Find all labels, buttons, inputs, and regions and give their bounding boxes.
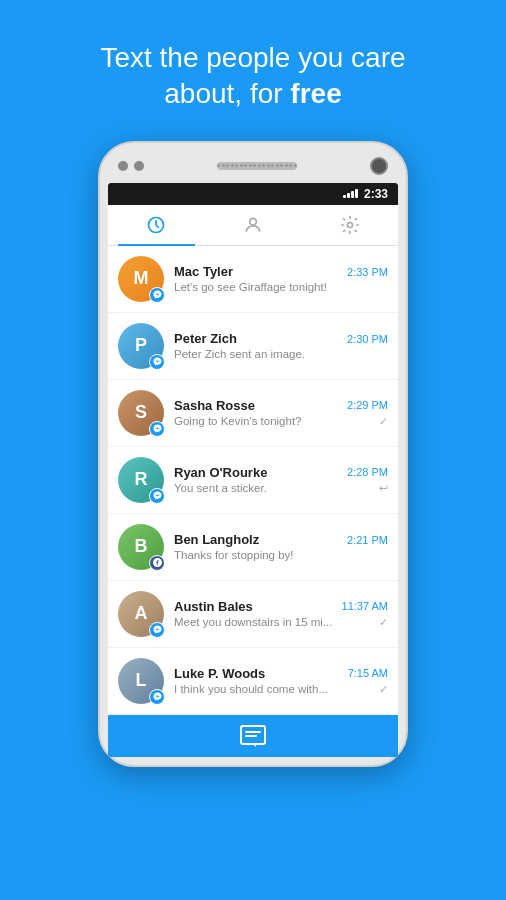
phone-shell: 2:33 — [98, 141, 408, 767]
preview-text: Going to Kevin's tonight? — [174, 415, 375, 427]
settings-icon — [340, 215, 360, 235]
svg-point-2 — [347, 222, 352, 227]
message-time: 2:30 PM — [347, 333, 388, 345]
status-time: 2:33 — [364, 187, 388, 201]
avatar-letter: P — [135, 335, 147, 356]
message-time: 2:21 PM — [347, 534, 388, 546]
tab-settings[interactable] — [301, 205, 398, 245]
avatar-wrap: A — [118, 591, 164, 637]
reply-icon: ↩ — [379, 482, 388, 495]
signal-icon — [343, 189, 358, 198]
avatar-badge — [149, 689, 165, 705]
app-area: M Mac Tyler 2:33 PM Let's go see Giraffa… — [108, 205, 398, 715]
clock-icon — [146, 215, 166, 235]
preview-text: I think you should come with... — [174, 683, 375, 695]
message-content: Sasha Rosse 2:29 PM Going to Kevin's ton… — [174, 398, 388, 428]
contact-name: Sasha Rosse — [174, 398, 255, 413]
tab-bar — [108, 205, 398, 246]
status-bar: 2:33 — [108, 183, 398, 205]
message-header: Sasha Rosse 2:29 PM — [174, 398, 388, 413]
phone-speaker — [217, 162, 297, 170]
conversation-item[interactable]: R Ryan O'Rourke 2:28 PM You sent a stick… — [108, 447, 398, 514]
check-icon: ✓ — [379, 683, 388, 696]
avatar-letter: S — [135, 402, 147, 423]
signal-bar-3 — [351, 191, 354, 198]
tab-recent[interactable] — [108, 205, 205, 245]
avatar-letter: L — [136, 670, 147, 691]
message-content: Luke P. Woods 7:15 AM I think you should… — [174, 666, 388, 696]
phone-dot-1 — [118, 161, 128, 171]
message-content: Peter Zich 2:30 PM Peter Zich sent an im… — [174, 331, 388, 360]
message-header: Ryan O'Rourke 2:28 PM — [174, 465, 388, 480]
hero-line2-bold: free — [290, 78, 341, 109]
message-header: Luke P. Woods 7:15 AM — [174, 666, 388, 681]
message-content: Mac Tyler 2:33 PM Let's go see Giraffage… — [174, 264, 388, 293]
message-preview: Peter Zich sent an image. — [174, 348, 388, 360]
message-time: 2:33 PM — [347, 266, 388, 278]
compose-icon — [240, 725, 266, 747]
avatar-badge — [149, 488, 165, 504]
person-icon — [243, 215, 263, 235]
bottom-nav[interactable] — [108, 715, 398, 757]
message-preview: Thanks for stopping by! — [174, 549, 388, 561]
preview-text: Peter Zich sent an image. — [174, 348, 388, 360]
message-time: 2:29 PM — [347, 399, 388, 411]
check-icon: ✓ — [379, 415, 388, 428]
contact-name: Ryan O'Rourke — [174, 465, 267, 480]
signal-bar-2 — [347, 193, 350, 198]
avatar-wrap: B — [118, 524, 164, 570]
phone-screen: 2:33 — [108, 183, 398, 757]
message-preview: Let's go see Giraffage tonight! — [174, 281, 388, 293]
phone-dot-2 — [134, 161, 144, 171]
phone-camera — [370, 157, 388, 175]
tab-contacts[interactable] — [205, 205, 302, 245]
avatar-letter: M — [134, 268, 149, 289]
avatar-badge — [149, 555, 165, 571]
avatar-letter: A — [135, 603, 148, 624]
contact-name: Austin Bales — [174, 599, 253, 614]
avatar-wrap: L — [118, 658, 164, 704]
avatar-badge — [149, 287, 165, 303]
hero-text: Text the people you care about, for free — [100, 40, 405, 113]
hero-line2: about, for — [164, 78, 290, 109]
conversation-item[interactable]: S Sasha Rosse 2:29 PM Going to Kevin's t… — [108, 380, 398, 447]
contact-name: Peter Zich — [174, 331, 237, 346]
avatar-badge — [149, 622, 165, 638]
avatar-wrap: M — [118, 256, 164, 302]
avatar-letter: B — [135, 536, 148, 557]
message-content: Ben Langholz 2:21 PM Thanks for stopping… — [174, 532, 388, 561]
contact-name: Mac Tyler — [174, 264, 233, 279]
conversation-item[interactable]: L Luke P. Woods 7:15 AM I think you shou… — [108, 648, 398, 715]
avatar-badge — [149, 354, 165, 370]
avatar-wrap: R — [118, 457, 164, 503]
message-content: Austin Bales 11:37 AM Meet you downstair… — [174, 599, 388, 629]
contact-name: Ben Langholz — [174, 532, 259, 547]
avatar-wrap: P — [118, 323, 164, 369]
preview-text: You sent a sticker. — [174, 482, 375, 494]
message-header: Austin Bales 11:37 AM — [174, 599, 388, 614]
message-time: 11:37 AM — [342, 600, 388, 612]
conversation-item[interactable]: A Austin Bales 11:37 AM Meet you downsta… — [108, 581, 398, 648]
message-preview: Going to Kevin's tonight? ✓ — [174, 415, 388, 428]
conversation-item[interactable]: P Peter Zich 2:30 PM Peter Zich sent an … — [108, 313, 398, 380]
avatar-wrap: S — [118, 390, 164, 436]
message-header: Mac Tyler 2:33 PM — [174, 264, 388, 279]
preview-text: Meet you downstairs in 15 mi... — [174, 616, 375, 628]
svg-point-1 — [250, 218, 257, 225]
signal-bar-4 — [355, 189, 358, 198]
phone-dots — [118, 161, 144, 171]
message-preview: I think you should come with... ✓ — [174, 683, 388, 696]
message-header: Ben Langholz 2:21 PM — [174, 532, 388, 547]
message-preview: You sent a sticker. ↩ — [174, 482, 388, 495]
avatar-letter: R — [135, 469, 148, 490]
conversation-item[interactable]: B Ben Langholz 2:21 PM Thanks for stoppi… — [108, 514, 398, 581]
hero-line1: Text the people you care — [100, 42, 405, 73]
check-icon: ✓ — [379, 616, 388, 629]
avatar-badge — [149, 421, 165, 437]
phone-top-bar — [108, 157, 398, 183]
signal-bar-1 — [343, 195, 346, 198]
message-header: Peter Zich 2:30 PM — [174, 331, 388, 346]
message-content: Ryan O'Rourke 2:28 PM You sent a sticker… — [174, 465, 388, 495]
preview-text: Let's go see Giraffage tonight! — [174, 281, 388, 293]
conversation-item[interactable]: M Mac Tyler 2:33 PM Let's go see Giraffa… — [108, 246, 398, 313]
